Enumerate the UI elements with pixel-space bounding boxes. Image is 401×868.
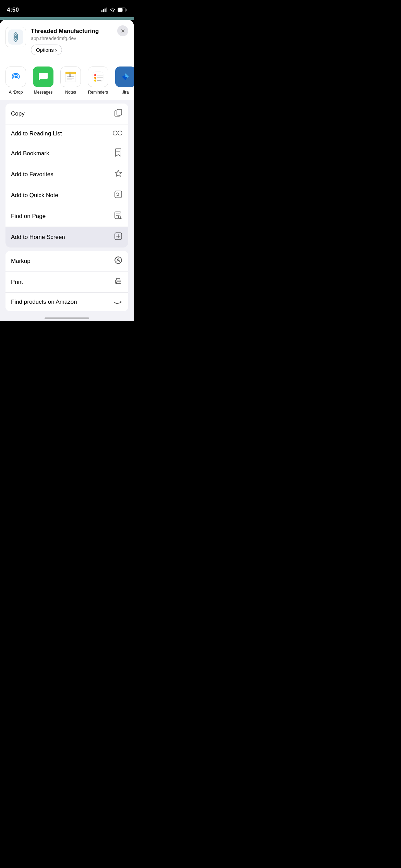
add-home-screen-icon xyxy=(114,232,123,243)
share-sheet: Threaded Manufacturing app.threadedmfg.d… xyxy=(0,20,134,321)
quick-note-icon xyxy=(114,190,123,201)
actions-section-2: Markup Print xyxy=(5,251,128,311)
bookmark-icon xyxy=(114,148,123,159)
bookmark-action[interactable]: Add Bookmark xyxy=(5,143,128,164)
reading-list-action[interactable]: Add to Reading List xyxy=(5,124,128,143)
svg-point-22 xyxy=(113,131,117,135)
site-title: Threaded Manufacturing xyxy=(31,27,128,35)
status-bar: 4:50 xyxy=(0,0,134,17)
notes-label: Notes xyxy=(65,90,76,95)
copy-label: Copy xyxy=(11,110,25,117)
status-icons xyxy=(101,8,127,12)
messages-icon-wrap xyxy=(33,67,53,87)
print-label: Print xyxy=(11,279,23,286)
actions-section-1: Copy Add to Reading List Add Bookmark xyxy=(5,104,128,248)
wifi-icon xyxy=(110,8,116,12)
svg-rect-25 xyxy=(115,191,122,198)
airdrop-icon xyxy=(10,71,22,83)
svg-point-17 xyxy=(94,77,96,79)
svg-rect-0 xyxy=(101,10,102,12)
amazon-icon xyxy=(113,298,123,306)
messages-icon xyxy=(37,71,49,83)
svg-point-19 xyxy=(94,80,96,82)
svg-rect-3 xyxy=(106,8,107,12)
svg-point-23 xyxy=(118,131,122,135)
site-url: app.threadedmfg.dev xyxy=(31,36,128,41)
find-on-page-icon xyxy=(114,211,123,222)
amazon-label: Find products on Amazon xyxy=(11,299,77,305)
header-text-block: Threaded Manufacturing app.threadedmfg.d… xyxy=(31,27,128,55)
quick-note-label: Add to Quick Note xyxy=(11,192,58,199)
svg-rect-1 xyxy=(103,9,104,12)
reading-list-icon xyxy=(112,129,123,138)
messages-label: Messages xyxy=(34,90,53,95)
close-button[interactable]: ✕ xyxy=(117,25,128,36)
share-row: AirDrop Messages xyxy=(0,61,134,100)
reading-list-label: Add to Reading List xyxy=(11,130,62,137)
markup-action[interactable]: Markup xyxy=(5,251,128,272)
battery-icon xyxy=(118,8,127,12)
share-item-reminders[interactable]: Reminders xyxy=(88,67,108,95)
svg-rect-5 xyxy=(118,8,123,12)
svg-rect-6 xyxy=(8,29,23,45)
copy-action[interactable]: Copy xyxy=(5,104,128,124)
markup-icon xyxy=(114,256,123,267)
safari-peek-bar xyxy=(0,17,134,20)
share-item-jira[interactable]: Jira xyxy=(115,67,134,95)
svg-rect-2 xyxy=(105,9,106,13)
share-item-messages[interactable]: Messages xyxy=(33,67,53,95)
amazon-action[interactable]: Find products on Amazon xyxy=(5,293,128,311)
sheet-header: Threaded Manufacturing app.threadedmfg.d… xyxy=(0,20,134,61)
close-icon: ✕ xyxy=(121,28,125,34)
notes-icon xyxy=(64,70,77,84)
options-button[interactable]: Options › xyxy=(31,45,62,55)
svg-point-15 xyxy=(94,74,96,76)
add-home-screen-label: Add to Home Screen xyxy=(11,234,65,241)
svg-point-38 xyxy=(120,281,121,282)
print-icon xyxy=(114,277,123,288)
notes-icon-wrap xyxy=(60,67,81,87)
print-action[interactable]: Print xyxy=(5,272,128,293)
jira-icon xyxy=(119,71,132,83)
reminders-icon-wrap xyxy=(88,67,108,87)
copy-icon xyxy=(114,108,123,119)
jira-label: Jira xyxy=(122,90,129,95)
svg-rect-21 xyxy=(117,109,122,115)
threaded-mfg-logo xyxy=(8,29,23,45)
signal-icon xyxy=(101,8,108,12)
find-on-page-action[interactable]: Find on Page xyxy=(5,206,128,227)
favorites-action[interactable]: Add to Favorites xyxy=(5,164,128,185)
share-item-airdrop[interactable]: AirDrop xyxy=(5,67,26,95)
share-item-notes[interactable]: Notes xyxy=(60,67,81,95)
status-time: 4:50 xyxy=(7,7,19,13)
chevron-right-icon: › xyxy=(55,47,57,53)
home-indicator xyxy=(0,315,134,321)
markup-label: Markup xyxy=(11,258,31,265)
home-bar xyxy=(45,317,89,319)
quick-note-action[interactable]: Add to Quick Note xyxy=(5,185,128,206)
bookmark-label: Add Bookmark xyxy=(11,150,49,157)
reminders-icon xyxy=(92,70,105,83)
find-on-page-label: Find on Page xyxy=(11,213,46,220)
favorites-label: Add to Favorites xyxy=(11,171,53,178)
favorites-icon xyxy=(114,169,123,180)
reminders-label: Reminders xyxy=(88,90,108,95)
jira-icon-wrap xyxy=(115,67,134,87)
airdrop-icon-wrap xyxy=(5,67,26,87)
airdrop-label: AirDrop xyxy=(9,90,23,95)
app-icon xyxy=(5,27,26,47)
add-home-screen-action[interactable]: Add to Home Screen xyxy=(5,227,128,248)
